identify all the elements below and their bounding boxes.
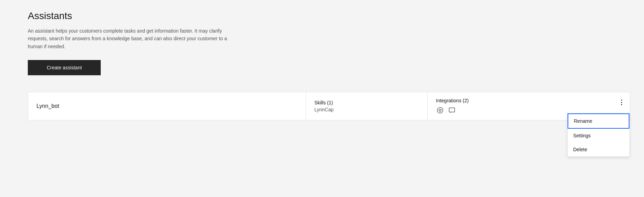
assistant-name: Lynn_bot (36, 103, 59, 109)
svg-rect-2 (449, 108, 455, 112)
page-title: Assistants (28, 10, 630, 22)
assistant-name-column: Lynn_bot (28, 92, 306, 120)
create-assistant-button[interactable]: Create assistant (28, 60, 101, 75)
context-menu-delete[interactable]: Delete (568, 143, 629, 156)
skills-label: Skills (1) (314, 100, 419, 105)
integrations-label: Integrations (2) (436, 98, 621, 103)
context-menu: Rename Settings Delete (567, 113, 630, 157)
chat-icon (448, 106, 456, 114)
assistant-card: Lynn_bot Skills (1) LynnCap Integrations… (28, 92, 630, 120)
skills-column: Skills (1) LynnCap (306, 92, 428, 120)
webchat-icon (436, 106, 444, 114)
svg-point-1 (439, 109, 441, 111)
context-menu-settings[interactable]: Settings (568, 129, 629, 143)
main-content: Assistants An assistant helps your custo… (14, 0, 644, 197)
page-description: An assistant helps your customers comple… (28, 27, 236, 50)
skills-value: LynnCap (314, 107, 419, 112)
left-sidebar (0, 0, 14, 197)
context-menu-rename[interactable]: Rename (568, 113, 629, 129)
svg-point-0 (437, 108, 443, 113)
